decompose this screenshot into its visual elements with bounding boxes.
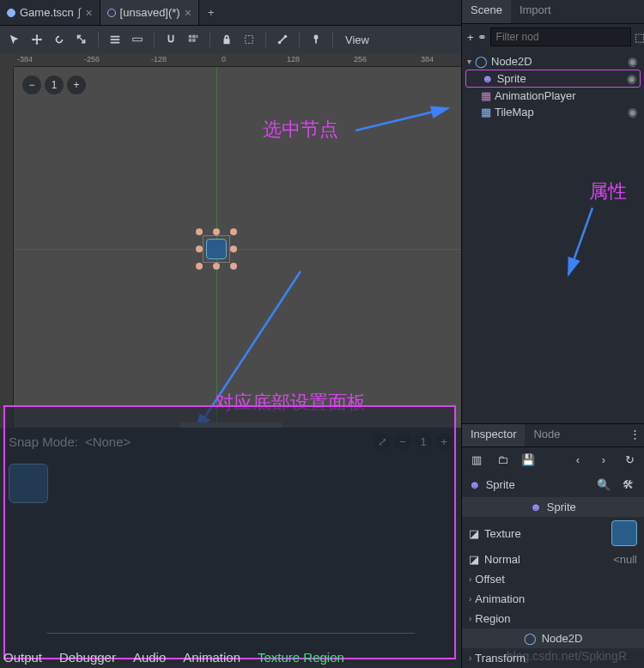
editor-toolbar: View [0, 26, 461, 53]
tilemap-icon: ▦ [481, 106, 491, 118]
history-back-icon[interactable]: ‹ [568, 450, 587, 469]
node2d-icon: ◯ [475, 55, 488, 68]
scene-dot-icon [107, 9, 116, 17]
add-node-button[interactable]: + [467, 27, 474, 46]
tree-root[interactable]: ▾ ◯ Node2D ◉ [465, 53, 641, 70]
tab-inspector[interactable]: Inspector [462, 424, 525, 446]
svg-line-6 [568, 208, 592, 275]
tab-label: [unsaved](*) [120, 6, 180, 19]
ruler-corner [0, 53, 14, 67]
menu-dots-icon[interactable]: ⋮ [625, 424, 644, 443]
lock-tool-icon[interactable] [217, 30, 236, 49]
script-icon: ∫ [78, 6, 82, 19]
move-tool-icon[interactable] [27, 30, 46, 49]
node2d-icon: ◯ [524, 632, 537, 645]
object-icon: ◪ [469, 527, 479, 540]
scale-tool-icon[interactable] [72, 30, 91, 49]
tab-output[interactable]: Output [3, 650, 42, 665]
texture-thumb[interactable] [611, 520, 637, 546]
ruler-vertical [0, 67, 14, 428]
class-header[interactable]: ☻ Sprite [462, 497, 644, 517]
history-fwd-icon[interactable]: › [594, 450, 613, 469]
zoom-in-button[interactable]: + [67, 76, 86, 94]
tab-node[interactable]: Node [525, 424, 568, 446]
open-resource-icon[interactable]: 🗀 [493, 450, 512, 469]
viewport-2d: -384 -256 -128 0 128 256 384 − 1 + [0, 53, 461, 428]
visibility-icon[interactable]: ◉ [627, 72, 636, 85]
list-tool-icon[interactable] [106, 30, 125, 49]
ruler-horizontal: -384 -256 -128 0 128 256 384 [14, 53, 461, 67]
link-node-button[interactable]: ⚭ [477, 27, 487, 46]
tab-audio[interactable]: Audio [133, 650, 166, 665]
inspector-node-name: Sprite [486, 478, 589, 491]
sprite-object[interactable] [199, 232, 234, 266]
prop-texture[interactable]: ◪ Texture [462, 517, 644, 550]
snap-tool-icon[interactable] [161, 30, 180, 49]
bottom-panel: Snap Mode: <None> ⤢ − 1 + Output Debugge… [0, 428, 461, 668]
panel-highlight [3, 405, 456, 659]
search-icon[interactable]: 🔍 [594, 475, 613, 494]
rotate-tool-icon[interactable] [50, 30, 69, 49]
svg-line-4 [355, 108, 448, 131]
svg-rect-1 [246, 36, 253, 44]
history-icon[interactable]: ↻ [620, 450, 639, 469]
chevron-down-icon: ▾ [467, 57, 471, 66]
bottom-dock-tabs: Output Debugger Audio Animation Texture … [3, 650, 344, 665]
ruler-tool-icon[interactable] [128, 30, 147, 49]
svg-rect-0 [133, 38, 143, 41]
watermark: blog.csdn.net/SpkingR [507, 649, 627, 663]
inspector-tabs: Inspector Node ⋮ [462, 423, 644, 447]
new-resource-icon[interactable]: ▥ [467, 450, 486, 469]
pin-tool-icon[interactable] [307, 30, 325, 49]
tab-label: Game.tscn [20, 6, 74, 19]
section-offset[interactable]: ›Offset [462, 569, 644, 589]
scene-tree: ▾ ◯ Node2D ◉ ☻ Sprite ◉ ▦ AnimationPlaye… [462, 50, 644, 423]
close-icon[interactable]: × [85, 6, 92, 20]
filter-nodes-input[interactable] [490, 27, 631, 46]
parent-class-header[interactable]: ◯ Node2D [462, 629, 644, 648]
collapse-tree-button[interactable]: ⬚ [635, 27, 644, 46]
add-tab-button[interactable]: + [199, 0, 223, 25]
scene-dock-tabs: Scene Import [462, 0, 644, 24]
tab-game[interactable]: Game.tscn ∫ × [0, 0, 100, 25]
zoom-reset-button[interactable]: 1 [45, 76, 64, 94]
annotation-properties: 属性 [589, 179, 627, 204]
tab-debugger[interactable]: Debugger [59, 650, 116, 665]
tree-node-animplayer[interactable]: ▦ AnimationPlayer [465, 88, 641, 104]
zoom-out-button[interactable]: − [22, 76, 41, 94]
scene-tabs: Game.tscn ∫ × [unsaved](*) × + [0, 0, 461, 26]
close-icon[interactable]: × [185, 6, 191, 20]
sprite-icon: ☻ [469, 478, 481, 491]
group-tool-icon[interactable] [240, 30, 258, 49]
select-tool-icon[interactable] [5, 30, 24, 49]
sprite-icon: ☻ [530, 501, 542, 513]
tools-icon[interactable]: 🛠 [618, 475, 637, 494]
tab-texture-region[interactable]: Texture Region [258, 650, 344, 665]
view-menu[interactable]: View [340, 33, 374, 46]
section-animation[interactable]: ›Animation [462, 589, 644, 609]
tab-unsaved[interactable]: [unsaved](*) × [100, 0, 199, 25]
tab-import[interactable]: Import [511, 0, 560, 23]
visibility-icon[interactable]: ◉ [628, 55, 637, 68]
tab-animation[interactable]: Animation [183, 650, 240, 665]
annotation-select-node: 选中节点 [263, 117, 338, 143]
tree-node-tilemap[interactable]: ▦ TileMap ◉ [465, 104, 641, 120]
zoom-controls: − 1 + [22, 76, 86, 94]
visibility-icon[interactable]: ◉ [628, 106, 637, 118]
section-region[interactable]: ›Region [462, 609, 644, 629]
animationplayer-icon: ▦ [481, 89, 491, 102]
tab-scene[interactable]: Scene [462, 0, 511, 23]
x-axis [14, 249, 461, 250]
scene-dot-icon [7, 9, 15, 17]
grid-tool-icon[interactable] [184, 30, 203, 49]
prop-normal[interactable]: ◪ Normal <null [462, 550, 644, 569]
save-resource-icon[interactable]: 💾 [519, 450, 538, 469]
tree-node-sprite[interactable]: ☻ Sprite ◉ [465, 70, 641, 88]
sprite-icon: ☻ [482, 72, 494, 85]
bone-tool-icon[interactable] [273, 30, 292, 49]
object-icon: ◪ [469, 553, 479, 566]
